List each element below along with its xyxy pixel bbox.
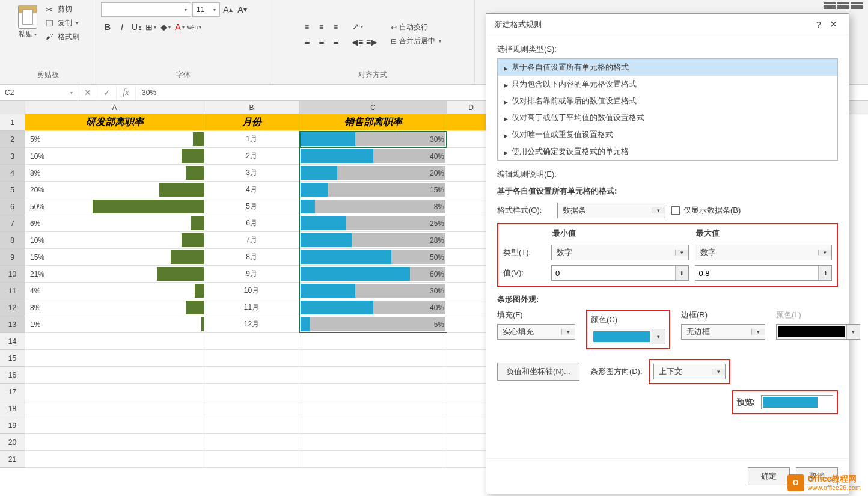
row-header[interactable]: 17: [0, 384, 25, 400]
align-top-button[interactable]: ≡: [301, 20, 314, 34]
cell[interactable]: 15%: [299, 182, 447, 198]
rule-type-item[interactable]: 基于各自值设置所有单元格的格式: [498, 59, 837, 76]
cell[interactable]: [204, 367, 299, 384]
cell[interactable]: [204, 434, 299, 451]
cell[interactable]: [299, 384, 447, 400]
border-button[interactable]: ⊞▾: [144, 20, 157, 34]
cell[interactable]: 10%: [25, 148, 204, 165]
increase-indent-button[interactable]: ≡▶: [365, 35, 379, 49]
cell[interactable]: 20%: [299, 165, 447, 182]
cell[interactable]: [204, 417, 299, 434]
decrease-font-button[interactable]: A▾: [236, 3, 249, 16]
dialog-close-button[interactable]: ✕: [826, 19, 840, 30]
cell[interactable]: [25, 384, 204, 400]
cell[interactable]: 6月: [204, 215, 299, 232]
cell[interactable]: 8%: [25, 165, 204, 182]
cell[interactable]: 6%: [25, 215, 204, 232]
cell[interactable]: [25, 417, 204, 434]
row-header[interactable]: 16: [0, 367, 25, 384]
value-min-input[interactable]: ⬆: [551, 265, 689, 281]
select-all-corner[interactable]: [0, 101, 25, 114]
type-max-select[interactable]: 数字▾: [695, 245, 833, 260]
format-button[interactable]: [851, 2, 863, 13]
bar-dir-select[interactable]: 上下文▾: [653, 364, 726, 379]
bold-button[interactable]: B: [101, 20, 114, 34]
decrease-indent-button[interactable]: ◀≡: [351, 35, 364, 49]
cell[interactable]: 20%: [25, 182, 204, 198]
cell[interactable]: [25, 367, 204, 384]
cell[interactable]: 15%: [25, 249, 204, 266]
row-header[interactable]: 8: [0, 232, 25, 249]
increase-font-button[interactable]: A▴: [221, 3, 234, 16]
fill-select[interactable]: 实心填充▾: [497, 324, 575, 340]
cell[interactable]: [25, 451, 204, 468]
cell[interactable]: 30%: [299, 131, 447, 148]
cell[interactable]: 5%: [299, 316, 447, 333]
ref-max-button[interactable]: ⬆: [818, 266, 831, 280]
cell[interactable]: [25, 434, 204, 451]
rule-type-item[interactable]: 仅对高于或低于平均值的数值设置格式: [498, 109, 837, 126]
wrap-text-button[interactable]: ↩自动换行: [387, 22, 445, 32]
cell[interactable]: 2月: [204, 148, 299, 165]
italic-button[interactable]: I: [115, 20, 129, 34]
fill-color-button[interactable]: ◆▾: [159, 20, 172, 34]
cell[interactable]: 60%: [299, 266, 447, 283]
cell[interactable]: 3月: [204, 165, 299, 182]
insert-cols-button[interactable]: [837, 2, 849, 13]
cell[interactable]: [299, 417, 447, 434]
insert-rows-button[interactable]: [824, 2, 836, 13]
row-header[interactable]: 5: [0, 182, 25, 198]
cell[interactable]: [204, 384, 299, 400]
row-header[interactable]: 6: [0, 198, 25, 215]
row-header[interactable]: 1: [0, 114, 25, 131]
cell[interactable]: [299, 434, 447, 451]
border-select[interactable]: 无边框▾: [681, 324, 765, 340]
row-header[interactable]: 11: [0, 283, 25, 299]
row-header[interactable]: 21: [0, 451, 25, 468]
cell[interactable]: 5%: [25, 131, 204, 148]
color-select[interactable]: ▾: [591, 329, 665, 344]
rule-type-item[interactable]: 使用公式确定要设置格式的单元格: [498, 143, 837, 160]
cell[interactable]: 40%: [299, 299, 447, 316]
col-header-a[interactable]: A: [25, 101, 204, 114]
phonetic-button[interactable]: wén▾: [188, 20, 201, 34]
row-header[interactable]: 19: [0, 417, 25, 434]
format-painter-button[interactable]: 格式刷: [43, 30, 82, 44]
rule-type-item[interactable]: 仅对排名靠前或靠后的数值设置格式: [498, 93, 837, 109]
row-header[interactable]: 4: [0, 165, 25, 182]
align-middle-button[interactable]: ≡: [315, 20, 328, 34]
align-center-button[interactable]: ≣: [315, 35, 328, 48]
cell[interactable]: 21%: [25, 266, 204, 283]
cell[interactable]: [204, 451, 299, 468]
cell[interactable]: [25, 333, 204, 350]
name-box[interactable]: C2▾: [0, 85, 78, 100]
cell[interactable]: 10月: [204, 283, 299, 299]
font-family-select[interactable]: ▾: [101, 2, 191, 17]
cell[interactable]: [25, 400, 204, 417]
underline-button[interactable]: U▾: [130, 20, 143, 34]
cell[interactable]: [204, 400, 299, 417]
cell[interactable]: 1月: [204, 131, 299, 148]
copy-button[interactable]: 复制▾: [43, 16, 82, 30]
type-min-select[interactable]: 数字▾: [551, 245, 689, 260]
cell[interactable]: 8月: [204, 249, 299, 266]
cell[interactable]: 28%: [299, 232, 447, 249]
rule-type-item[interactable]: 只为包含以下内容的单元格设置格式: [498, 76, 837, 93]
cell[interactable]: 8%: [299, 198, 447, 215]
style-select[interactable]: 数据条▾: [557, 203, 665, 218]
ok-button[interactable]: 确定: [748, 467, 790, 485]
cell[interactable]: 8%: [25, 299, 204, 316]
cell[interactable]: [299, 333, 447, 350]
merge-center-button[interactable]: ⊟合并后居中▾: [387, 36, 445, 46]
enter-formula-button[interactable]: ✓: [97, 85, 117, 100]
align-left-button[interactable]: ≣: [301, 35, 314, 48]
row-header[interactable]: 10: [0, 266, 25, 283]
row-header[interactable]: 18: [0, 400, 25, 417]
row-header[interactable]: 15: [0, 350, 25, 367]
paste-button[interactable]: 粘贴▾: [14, 2, 41, 41]
neg-axis-button[interactable]: 负值和坐标轴(N)...: [497, 363, 579, 381]
col-header-c[interactable]: C: [299, 101, 447, 114]
cell[interactable]: 7月: [204, 232, 299, 249]
row-header[interactable]: 20: [0, 434, 25, 451]
cell[interactable]: [25, 350, 204, 367]
